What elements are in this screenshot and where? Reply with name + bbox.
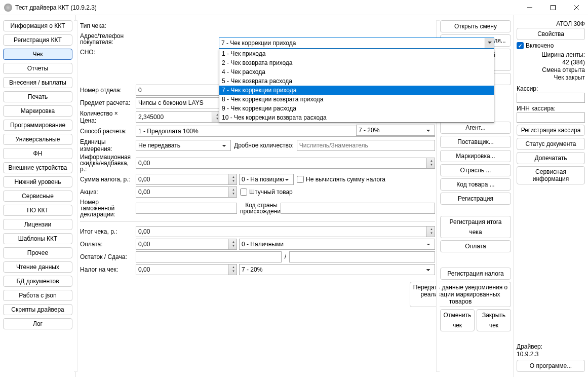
cashier-input[interactable] bbox=[517, 93, 585, 103]
code-button[interactable]: Код товара ... bbox=[440, 178, 511, 191]
cashier-inn-input[interactable] bbox=[517, 112, 585, 123]
reg-tax-button[interactable]: Регистрация налога bbox=[440, 268, 511, 280]
main-panel: Тип чека: Адрес/телефон покупателя: СНО:… bbox=[76, 15, 438, 377]
service-info-button[interactable]: Сервисная информация bbox=[517, 166, 585, 184]
window-title: Тест драйвера ККТ (10.9.2.3) bbox=[15, 4, 518, 11]
nav-лицензии[interactable]: Лицензии bbox=[3, 219, 72, 230]
doc-status-button[interactable]: Статус документа bbox=[517, 138, 585, 150]
tape-value: 42 (384) bbox=[517, 59, 585, 66]
gtd-input[interactable] bbox=[136, 203, 237, 214]
nav-универсальные-счетчики[interactable]: Универсальные счетчики bbox=[3, 134, 72, 145]
country-input[interactable] bbox=[281, 203, 435, 214]
total-input[interactable] bbox=[136, 226, 435, 237]
nav-внешние-устройства[interactable]: Внешние устройства bbox=[3, 162, 72, 173]
label-excise: Акциз: bbox=[80, 188, 136, 196]
nav-программирование[interactable]: Программирование bbox=[3, 120, 72, 131]
label-piece: Штучный товар bbox=[249, 188, 293, 196]
nav-лог[interactable]: Лог bbox=[3, 318, 72, 329]
label-country: Код страны происхождения: bbox=[237, 202, 281, 214]
check-type-select[interactable]: 7 - Чек коррекции прихода bbox=[219, 37, 494, 49]
supplier-button[interactable]: Поставщик... bbox=[440, 136, 511, 148]
nav-шаблоны-ккт[interactable]: Шаблоны ККТ bbox=[3, 233, 72, 244]
marking-button[interactable]: Маркировка... bbox=[440, 150, 511, 162]
cashier-inn-label: ИНН кассира: bbox=[517, 105, 585, 112]
nav-по-ккт[interactable]: ПО ККТ bbox=[3, 205, 72, 216]
minimize-button[interactable] bbox=[518, 0, 541, 15]
device-name: АТОЛ 30Ф bbox=[517, 20, 585, 27]
nav-информация-о-ккт[interactable]: Информация о ККТ bbox=[3, 20, 72, 31]
label-info-disc: Информационная скидка/надбавка, р.: bbox=[80, 154, 136, 172]
check-type-option[interactable]: 2 - Чек возврата прихода bbox=[219, 58, 494, 67]
driver-label: Драйвер: bbox=[517, 343, 585, 350]
check-type-option[interactable]: 8 - Чек коррекции возврата прихода bbox=[219, 95, 494, 104]
reprint-button[interactable]: Допечатать bbox=[517, 152, 585, 164]
excise-input[interactable] bbox=[136, 186, 237, 198]
nav-отчеты[interactable]: Отчеты bbox=[3, 63, 72, 74]
open-shift-button[interactable]: Открыть смену bbox=[440, 20, 511, 32]
label-enabled: Включено bbox=[526, 42, 554, 49]
label-total: Итог чека, р.: bbox=[80, 228, 136, 235]
nav-маркировка[interactable]: Маркировка bbox=[3, 105, 72, 117]
label-remainder: Остаток / Сдача: bbox=[80, 253, 136, 260]
tax-check-input[interactable] bbox=[136, 264, 237, 275]
maximize-button[interactable] bbox=[541, 0, 565, 15]
payment-type-select[interactable]: 0 - Наличными bbox=[239, 239, 435, 250]
check-type-option[interactable]: 4 - Чек расхода bbox=[219, 67, 494, 77]
register-button[interactable]: Регистрация bbox=[440, 193, 511, 205]
check-type-dropdown[interactable]: 1 - Чек прихода2 - Чек возврата прихода4… bbox=[219, 49, 494, 123]
reg-total-button[interactable]: Регистрация итога чека bbox=[440, 216, 511, 238]
label-gtd: Номер таможенной декларации: bbox=[80, 199, 136, 217]
check-type-option[interactable]: 10 - Чек коррекции возврата расхода bbox=[219, 113, 494, 122]
label-units: Единицы измерения: bbox=[80, 138, 136, 153]
nav-прочее[interactable]: Прочее bbox=[3, 247, 72, 258]
frac-qty-input[interactable] bbox=[297, 140, 435, 151]
close-button[interactable] bbox=[565, 0, 588, 15]
app-icon bbox=[4, 4, 12, 12]
cancel-check-button[interactable]: Отменить чек bbox=[440, 309, 475, 331]
label-check-type: Тип чека: bbox=[80, 22, 136, 29]
label-sno: СНО: bbox=[80, 49, 136, 56]
tax-mode-select[interactable]: 0 - На позицию bbox=[239, 174, 294, 185]
titlebar: Тест драйвера ККТ (10.9.2.3) bbox=[0, 0, 588, 15]
nav-чек[interactable]: Чек bbox=[3, 49, 72, 60]
qty-input[interactable] bbox=[136, 111, 221, 123]
label-pay-method: Способ расчета: bbox=[80, 128, 136, 135]
check-type-option[interactable]: 9 - Чек коррекции расхода bbox=[219, 104, 494, 113]
nav-чтение-данных[interactable]: Чтение данных bbox=[3, 261, 72, 273]
tax-check-rate-select[interactable]: 7 - 20% bbox=[239, 264, 435, 275]
check-type-option[interactable]: 7 - Чек коррекции прихода bbox=[219, 86, 494, 95]
close-check-button[interactable]: Закрыть чек bbox=[477, 309, 511, 331]
nav-фн[interactable]: ФН bbox=[3, 148, 72, 159]
nav-внесения-выплаты[interactable]: Внесения / выплаты bbox=[3, 77, 72, 88]
nav-нижний-уровень[interactable]: Нижний уровень bbox=[3, 176, 72, 187]
tax-rate-select[interactable]: 7 - 20% bbox=[356, 125, 435, 136]
label-slash: / bbox=[282, 253, 289, 260]
nav-скрипты-драйвера[interactable]: Скрипты драйвера bbox=[3, 304, 72, 315]
nav-печать[interactable]: Печать bbox=[3, 91, 72, 102]
industry-button[interactable]: Отрасль ... bbox=[440, 164, 511, 176]
nav-бд-документов[interactable]: БД документов bbox=[3, 276, 72, 287]
agent-button[interactable]: Агент... bbox=[440, 122, 511, 134]
reg-cashier-button[interactable]: Регистрация кассира bbox=[517, 125, 585, 136]
nav-sidebar: Информация о ККТРегистрация ККТЧекОтчеты… bbox=[0, 15, 76, 377]
nav-сервисные[interactable]: Сервисные bbox=[3, 191, 72, 202]
info-disc-input[interactable] bbox=[136, 158, 435, 169]
no-tax-checkbox[interactable] bbox=[297, 176, 304, 183]
about-button[interactable]: О программе... bbox=[517, 360, 585, 372]
pay-button[interactable]: Оплата bbox=[440, 240, 511, 252]
tax-sum-input[interactable] bbox=[136, 174, 237, 185]
piece-checkbox[interactable] bbox=[240, 188, 247, 196]
shift-state: Смена открыта bbox=[517, 66, 585, 73]
units-select[interactable]: Не передавать bbox=[136, 140, 231, 151]
remainder-input[interactable] bbox=[136, 251, 282, 262]
nav-регистрация-ккт[interactable]: Регистрация ККТ bbox=[3, 34, 72, 46]
change-input[interactable] bbox=[289, 251, 435, 262]
check-type-option[interactable]: 5 - Чек возврата расхода bbox=[219, 77, 494, 86]
nav-работа-с-json[interactable]: Работа с json bbox=[3, 290, 72, 301]
send-notif-button[interactable]: Передать данные уведомления о реализации… bbox=[410, 282, 511, 307]
driver-version: 10.9.2.3 bbox=[517, 351, 585, 358]
payment-input[interactable] bbox=[136, 239, 237, 250]
properties-button[interactable]: Свойства bbox=[517, 28, 585, 40]
check-type-option[interactable]: 1 - Чек прихода bbox=[219, 49, 494, 58]
enabled-checkbox[interactable] bbox=[517, 42, 524, 49]
